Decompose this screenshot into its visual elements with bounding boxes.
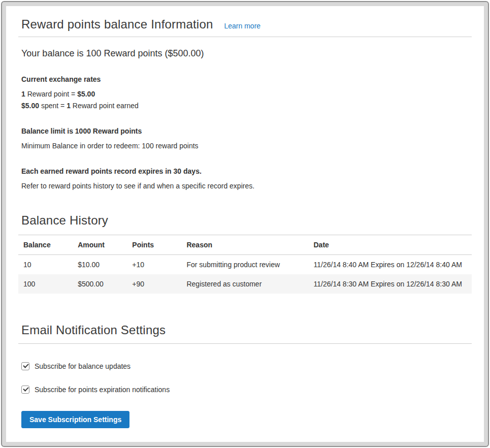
cell-balance: 10 <box>18 254 73 274</box>
balance-updates-label[interactable]: Subscribe for balance updates <box>35 362 130 370</box>
cell-reason: Registered as customer <box>181 274 308 294</box>
balance-updates-checkbox[interactable] <box>21 362 29 370</box>
cell-reason: For submitting product review <box>181 254 308 274</box>
save-subscription-settings-button[interactable]: Save Subscription Settings <box>21 411 129 428</box>
page-title: Reward points balance Information <box>21 17 213 31</box>
expiration-notifications-label[interactable]: Subscribe for points expiration notifica… <box>35 386 170 394</box>
table-header-row: Balance Amount Points Reason Date <box>18 235 472 254</box>
reward-points-page: Reward points balance Information Learn … <box>6 6 484 442</box>
expiration-note: Refer to reward points history to see if… <box>21 181 469 191</box>
column-header-reason: Reason <box>181 235 308 254</box>
column-header-date: Date <box>309 235 472 254</box>
table-row: 100 $500.00 +90 Registered as customer 1… <box>18 274 472 294</box>
earn-line-text: spent = <box>39 102 67 110</box>
balance-history-table: Balance Amount Points Reason Date 10 $10… <box>18 235 472 294</box>
table-row: 10 $10.00 +10 For submitting product rev… <box>18 254 472 274</box>
cell-balance: 100 <box>18 274 73 294</box>
rate-points-value: 1 <box>21 90 25 98</box>
expiration-notifications-option: Subscribe for points expiration notifica… <box>21 370 472 394</box>
cell-amount: $10.00 <box>73 254 127 274</box>
header-divider <box>18 37 472 37</box>
balance-info-block: Your balance is 100 Reward points ($500.… <box>18 48 472 191</box>
rate-money-value: $5.00 <box>77 90 95 98</box>
exchange-rate-line: 1 Reward point = $5.00 <box>21 89 469 99</box>
expiration-heading: Each earned reward points record expires… <box>21 167 469 175</box>
earn-rate-line: $5.00 spent = 1 Reward point earned <box>21 101 469 111</box>
cell-date: 11/26/14 8:40 AM Expires on 12/26/14 8:4… <box>309 254 472 274</box>
earn-money-value: $5.00 <box>21 102 39 110</box>
column-header-amount: Amount <box>73 235 127 254</box>
min-redeem-text: Minimum Balance in order to redeem: 100 … <box>21 141 469 151</box>
column-header-balance: Balance <box>18 235 73 254</box>
column-header-points: Points <box>127 235 181 254</box>
balance-summary: Your balance is 100 Reward points ($500.… <box>21 48 469 59</box>
balance-limit-text: Balance limit is 1000 Reward points <box>21 127 469 135</box>
earn-line-suffix: Reward point earned <box>71 102 139 110</box>
cell-points: +10 <box>127 254 181 274</box>
rate-line-text: Reward point = <box>25 90 77 98</box>
cell-amount: $500.00 <box>73 274 127 294</box>
exchange-rates-heading: Current exchange rates <box>21 75 469 83</box>
earn-points-value: 1 <box>67 102 71 110</box>
page-header: Reward points balance Information Learn … <box>21 17 472 31</box>
email-settings-heading: Email Notification Settings <box>21 323 472 337</box>
balance-updates-option: Subscribe for balance updates <box>21 344 472 370</box>
expiration-notifications-checkbox[interactable] <box>21 386 29 394</box>
learn-more-link[interactable]: Learn more <box>224 22 260 30</box>
balance-history-heading: Balance History <box>21 213 472 228</box>
cell-points: +90 <box>127 274 181 294</box>
cell-date: 11/26/14 8:30 AM Expires on 12/26/14 8:3… <box>309 274 472 294</box>
window-frame: Reward points balance Information Learn … <box>1 1 489 447</box>
